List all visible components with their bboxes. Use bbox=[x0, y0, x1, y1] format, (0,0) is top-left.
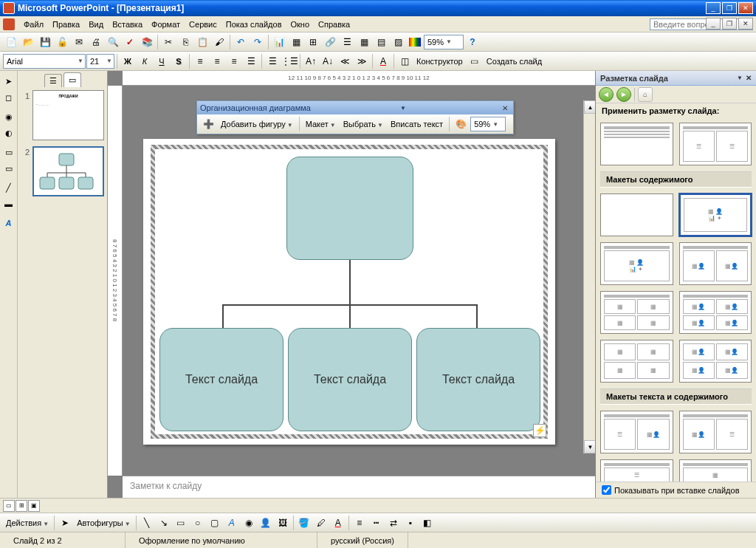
org-node-2[interactable]: Текст слайда bbox=[288, 328, 412, 431]
status-lang[interactable]: русский (Россия) bbox=[317, 532, 408, 548]
hyperlink-button[interactable]: 🔗 bbox=[322, 34, 338, 50]
doc-restore-button[interactable]: ❐ bbox=[722, 18, 737, 30]
menu-insert[interactable]: Вставка bbox=[108, 18, 147, 30]
save-button[interactable]: 💾 bbox=[37, 34, 53, 50]
line-tool[interactable]: ╲ bbox=[139, 515, 155, 531]
menu-window[interactable]: Окно bbox=[286, 18, 315, 30]
layout-item[interactable]: ☰☰ bbox=[679, 123, 752, 165]
layout-button[interactable]: Макет▼ bbox=[303, 120, 339, 129]
org-chart-container[interactable]: Текст слайда Текст слайда Текст слайда ⚡ bbox=[151, 145, 548, 439]
fontsize-select[interactable]: 21▼ bbox=[86, 54, 114, 69]
distributed-button[interactable]: ☰ bbox=[243, 53, 259, 69]
canvas[interactable]: Текст слайда Текст слайда Текст слайда ⚡… bbox=[123, 86, 595, 476]
smarttag-icon[interactable]: ⚡ bbox=[533, 424, 546, 437]
design-icon[interactable]: ◫ bbox=[396, 53, 413, 69]
add-shape-button[interactable]: Добавить фигуру▼ bbox=[218, 120, 296, 129]
textbox-tool[interactable]: ▢ bbox=[207, 515, 223, 531]
open-button[interactable]: 📂 bbox=[20, 34, 36, 50]
thumb-2[interactable]: 2 bbox=[21, 146, 104, 196]
layout-item[interactable] bbox=[600, 123, 673, 165]
newslide-button[interactable]: Создать слайд bbox=[484, 57, 545, 66]
sorter-view-button[interactable]: ⊞ bbox=[16, 500, 27, 512]
table-button[interactable]: ▦ bbox=[288, 34, 304, 50]
autoformat-button[interactable]: 🎨 bbox=[453, 116, 469, 132]
preview-button[interactable]: 🔍 bbox=[105, 34, 121, 50]
menu-slideshow[interactable]: Показ слайдов bbox=[221, 18, 286, 30]
nav-back-button[interactable]: ◄ bbox=[599, 87, 614, 102]
newslide-icon[interactable]: ▭ bbox=[467, 53, 483, 69]
permission-button[interactable]: 🔓 bbox=[54, 34, 70, 50]
outline-tab[interactable]: ☰ bbox=[44, 74, 62, 87]
tool-insert[interactable]: ◉ bbox=[1, 109, 16, 124]
doc-close-button[interactable]: ✕ bbox=[738, 18, 753, 30]
tool-text[interactable]: ▭ bbox=[1, 161, 16, 176]
zoom-select[interactable]: 59%▼ bbox=[424, 35, 464, 49]
increase-font-button[interactable]: A↑ bbox=[303, 53, 319, 69]
org-node-1[interactable]: Текст слайда bbox=[159, 328, 284, 431]
layout-item[interactable] bbox=[600, 193, 673, 236]
print-button[interactable]: 🖨 bbox=[88, 34, 104, 50]
tool-wordart[interactable]: A bbox=[1, 216, 16, 230]
redo-button[interactable]: ↷ bbox=[250, 34, 266, 50]
org-toolbar-close[interactable]: ✕ bbox=[500, 103, 510, 113]
italic-button[interactable]: К bbox=[137, 53, 153, 69]
layout-item[interactable]: ▦▦▦▦ bbox=[600, 340, 673, 383]
constructor-button[interactable]: Конструктор bbox=[413, 57, 466, 66]
tool-clip[interactable]: ◐ bbox=[1, 126, 16, 140]
shadow-tool[interactable]: ▪ bbox=[402, 515, 419, 531]
autoshapes-menu[interactable]: Автофигуры▼ bbox=[74, 518, 134, 527]
rect-tool[interactable]: ▭ bbox=[173, 515, 189, 531]
line-color-tool[interactable]: 🖊 bbox=[313, 515, 329, 531]
tool-draw[interactable]: ▭ bbox=[1, 145, 16, 160]
cut-button[interactable]: ✂ bbox=[160, 34, 176, 50]
help-button[interactable]: ? bbox=[464, 34, 481, 50]
layout-item[interactable]: ▦👤▦👤 bbox=[679, 242, 752, 285]
color-button[interactable] bbox=[407, 34, 423, 50]
show-on-insert-checkbox[interactable] bbox=[602, 485, 611, 495]
menu-edit[interactable]: Правка bbox=[48, 18, 84, 30]
align-center-button[interactable]: ≡ bbox=[209, 53, 225, 69]
org-node-root[interactable] bbox=[286, 157, 413, 260]
shadow-button[interactable]: S bbox=[171, 53, 187, 69]
slides-tab[interactable]: ▭ bbox=[63, 72, 81, 87]
picture-tool[interactable]: 🖼 bbox=[275, 515, 291, 531]
font-color-button[interactable]: A bbox=[375, 53, 391, 69]
copy-button[interactable]: ⎘ bbox=[177, 34, 193, 50]
grayscale-button[interactable]: ▨ bbox=[390, 34, 406, 50]
email-button[interactable]: ✉ bbox=[71, 34, 87, 50]
slideshow-view-button[interactable]: ▣ bbox=[28, 500, 40, 512]
notes-pane[interactable]: Заметки к слайду bbox=[123, 476, 595, 498]
increase-indent-button[interactable]: ≫ bbox=[354, 53, 370, 69]
arrow-tool[interactable]: ↘ bbox=[156, 515, 172, 531]
chart-button[interactable]: 📊 bbox=[271, 34, 287, 50]
slide[interactable]: Текст слайда Текст слайда Текст слайда ⚡ bbox=[143, 139, 555, 445]
vertical-scrollbar[interactable] bbox=[583, 100, 595, 453]
layout-item[interactable]: ▦👤▦👤▦👤▦👤 bbox=[679, 340, 752, 383]
decrease-indent-button[interactable]: ≪ bbox=[337, 53, 353, 69]
doc-minimize-button[interactable]: _ bbox=[706, 18, 721, 30]
oval-tool[interactable]: ○ bbox=[190, 515, 206, 531]
menu-view[interactable]: Вид bbox=[84, 18, 108, 30]
tool-arrow[interactable]: ➤ bbox=[1, 74, 16, 89]
taskpane-header[interactable]: Разметка слайда▼✕ bbox=[596, 71, 756, 86]
decrease-font-button[interactable]: A↓ bbox=[320, 53, 336, 69]
select-tool[interactable]: ➤ bbox=[57, 515, 73, 531]
tool-fill[interactable]: ▬ bbox=[1, 196, 16, 211]
thumb-1[interactable]: 1 ПРОДАЖИ • — — — bbox=[21, 90, 104, 140]
org-zoom-select[interactable]: 59%▼ bbox=[470, 117, 506, 131]
layout-item[interactable]: ☰▦👤 bbox=[600, 411, 673, 453]
undo-button[interactable]: ↶ bbox=[233, 34, 249, 50]
font-color-tool[interactable]: A bbox=[330, 515, 346, 531]
menu-help[interactable]: Справка bbox=[314, 18, 354, 30]
numbering-button[interactable]: ☰ bbox=[264, 53, 281, 69]
layout-item[interactable]: ▦▦▦▦ bbox=[600, 291, 673, 334]
fill-color-tool[interactable]: 🪣 bbox=[296, 515, 312, 531]
add-shape-icon[interactable]: ➕ bbox=[200, 116, 216, 132]
org-node-3[interactable]: Текст слайда bbox=[416, 328, 540, 431]
nav-home-button[interactable]: ⌂ bbox=[638, 87, 653, 102]
layout-item[interactable]: ▦☰ bbox=[679, 459, 752, 482]
layout-item[interactable]: ▦ 👤📊 ✦ bbox=[679, 193, 752, 236]
org-toolbar-title[interactable]: Организационная диаграмма ▼ ✕ bbox=[197, 101, 513, 114]
outline-button[interactable]: ☰ bbox=[339, 34, 355, 50]
layout-item[interactable]: ▦👤▦👤▦👤▦👤 bbox=[679, 291, 752, 334]
